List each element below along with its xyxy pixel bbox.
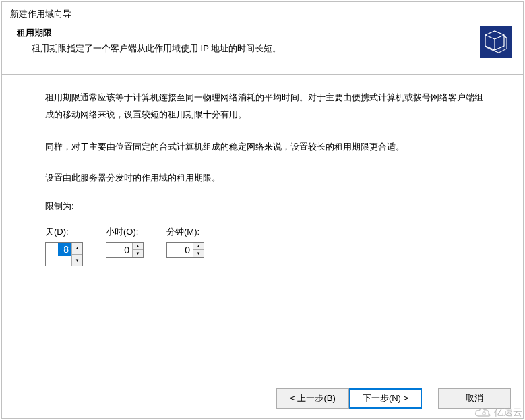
days-up-button[interactable]: ▲ bbox=[72, 243, 82, 255]
hours-up-button[interactable]: ▲ bbox=[133, 243, 143, 250]
hours-spin-buttons: ▲ ▼ bbox=[132, 243, 143, 257]
content-section: 租用期限通常应该等于计算机连接至同一物理网络消耗的平均时间。对于主要由便携式计算… bbox=[2, 74, 523, 380]
page-title: 租用期限 bbox=[17, 27, 480, 39]
minutes-spin-buttons: ▲ ▼ bbox=[193, 243, 204, 257]
window-title: 新建作用域向导 bbox=[2, 2, 523, 24]
page-subtitle: 租用期限指定了一个客户端从此作用域使用 IP 地址的时间长短。 bbox=[32, 42, 480, 55]
minutes-spinner[interactable]: ▲ ▼ bbox=[166, 242, 204, 258]
next-button[interactable]: 下一步(N) > bbox=[349, 388, 422, 409]
set-scope-label: 设置由此服务器分发时的作用域的租用期限。 bbox=[45, 172, 484, 184]
hours-down-button[interactable]: ▼ bbox=[133, 250, 143, 257]
description-para-2: 同样，对于主要由位置固定的台式计算机组成的稳定网络来说，设置较长的租用期限更合适… bbox=[45, 139, 484, 156]
hours-label: 小时(O): bbox=[106, 226, 144, 238]
duration-inputs-row: 天(D): 8 ▲ ▼ 小时(O): ▲ ▼ bbox=[45, 226, 484, 266]
minutes-down-button[interactable]: ▼ bbox=[193, 250, 204, 257]
minutes-up-button[interactable]: ▲ bbox=[193, 243, 204, 250]
hours-input[interactable] bbox=[106, 243, 132, 257]
minutes-group: 分钟(M): ▲ ▼ bbox=[166, 226, 204, 266]
limit-label: 限制为: bbox=[45, 200, 484, 212]
minutes-input[interactable] bbox=[167, 243, 193, 257]
days-spin-buttons: ▲ ▼ bbox=[71, 243, 82, 266]
scope-icon bbox=[480, 26, 512, 58]
days-group: 天(D): 8 ▲ ▼ bbox=[45, 226, 83, 266]
cancel-button[interactable]: 取消 bbox=[438, 388, 511, 409]
minutes-label: 分钟(M): bbox=[166, 226, 204, 238]
header-section: 租用期限 租用期限指定了一个客户端从此作用域使用 IP 地址的时间长短。 bbox=[2, 24, 523, 74]
days-spinner[interactable]: 8 ▲ ▼ bbox=[45, 242, 83, 266]
days-label: 天(D): bbox=[45, 226, 83, 238]
hours-group: 小时(O): ▲ ▼ bbox=[106, 226, 144, 266]
header-text: 租用期限 租用期限指定了一个客户端从此作用域使用 IP 地址的时间长短。 bbox=[17, 27, 480, 55]
wizard-window: 新建作用域向导 租用期限 租用期限指定了一个客户端从此作用域使用 IP 地址的时… bbox=[1, 1, 524, 419]
footer-section: < 上一步(B) 下一步(N) > 取消 bbox=[2, 380, 523, 418]
hours-spinner[interactable]: ▲ ▼ bbox=[106, 242, 144, 258]
back-button[interactable]: < 上一步(B) bbox=[276, 388, 349, 409]
description-para-1: 租用期限通常应该等于计算机连接至同一物理网络消耗的平均时间。对于主要由便携式计算… bbox=[45, 90, 484, 123]
days-input[interactable]: 8 bbox=[58, 243, 71, 256]
days-down-button[interactable]: ▼ bbox=[72, 255, 82, 266]
